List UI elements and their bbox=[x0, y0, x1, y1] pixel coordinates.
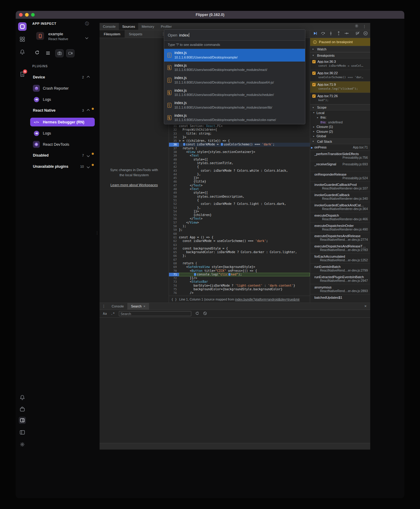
line-number[interactable]: 64 bbox=[169, 247, 179, 250]
inline-breakpoint-marker[interactable] bbox=[228, 273, 231, 276]
code-line[interactable]: 56 </Text> bbox=[169, 217, 310, 221]
callstack-frame[interactable]: ▶ executeDispatchesAndReleaseT… ReactNat… bbox=[310, 243, 370, 253]
breakpoint-checkbox[interactable]: ✓ bbox=[312, 83, 316, 86]
line-number[interactable]: 61 bbox=[169, 236, 179, 239]
scope-row[interactable]: ▸ Closure (1) bbox=[310, 125, 370, 129]
inline-breakpoint-marker[interactable] bbox=[221, 143, 223, 146]
code-line[interactable]: 76 /> bbox=[169, 291, 310, 295]
line-number[interactable]: 65 bbox=[169, 250, 179, 254]
scope-row[interactable]: ▾ Local bbox=[310, 110, 370, 115]
devtools-tab[interactable]: Profiler bbox=[158, 23, 175, 30]
callstack-frame[interactable]: ▶ executeDispatchesInOrder ReactNativeRe… bbox=[310, 223, 370, 233]
line-number[interactable]: 46 bbox=[169, 180, 179, 183]
toolbox-icon[interactable] bbox=[20, 406, 25, 412]
code-line[interactable]: 64 const backgroundStyle = { bbox=[169, 247, 310, 250]
step-into-icon[interactable] bbox=[329, 31, 333, 37]
code-line[interactable]: 32 PropsWithChildren<{ bbox=[169, 128, 310, 132]
match-case-toggle[interactable]: Aa bbox=[103, 312, 107, 316]
callstack-frame[interactable]: ▶ batchedUpdates$1 bbox=[310, 294, 370, 303]
left-panel-toggle-icon[interactable] bbox=[20, 430, 25, 435]
inline-breakpoint-marker[interactable] bbox=[183, 143, 185, 146]
line-number[interactable]: 44 bbox=[169, 173, 179, 176]
code-line[interactable]: 35> = ({children, title}) => { bbox=[169, 139, 310, 143]
grid-icon[interactable] bbox=[20, 37, 25, 42]
screenshot-button[interactable] bbox=[55, 49, 64, 57]
line-number[interactable]: 49 bbox=[169, 191, 179, 195]
devtools-settings-icon[interactable] bbox=[355, 24, 359, 29]
code-line[interactable]: 44 }, bbox=[169, 173, 310, 176]
step-icon[interactable] bbox=[344, 31, 349, 37]
line-number[interactable]: 71 bbox=[169, 273, 179, 276]
callstack-section-header[interactable]: ▾ Call Stack bbox=[310, 138, 370, 144]
callstack-frame[interactable]: ▶ onResponderRelease Pressability.js:524 bbox=[310, 171, 370, 182]
quick-open-result[interactable]: index.js 10.1.1.6:8081/Users/wood/Deskto… bbox=[164, 49, 305, 62]
line-number[interactable]: 37 bbox=[169, 147, 179, 150]
code-line[interactable]: 69 <SafeAreaView style={backgroundStyle}… bbox=[169, 265, 310, 269]
code-line[interactable]: 37 return ( bbox=[169, 147, 310, 150]
bell-icon[interactable] bbox=[20, 49, 25, 55]
quick-open-result[interactable]: index.js 10.1.1.6:8081/Users/wood/Deskto… bbox=[164, 87, 305, 99]
code-line[interactable]: 61const App = () => { bbox=[169, 236, 310, 239]
close-tab-icon[interactable]: × bbox=[143, 304, 145, 308]
code-line[interactable]: 53 }, bbox=[169, 206, 310, 210]
plugin-group-device[interactable]: Device 2 bbox=[29, 73, 96, 81]
plugin-item-logs-rn[interactable]: Logs bbox=[30, 129, 95, 138]
plugin-item-react-devtools[interactable]: React DevTools bbox=[30, 140, 95, 149]
code-line[interactable]: 66 }; bbox=[169, 254, 310, 258]
line-number[interactable]: 48 bbox=[169, 187, 179, 191]
code-line[interactable]: 55 {children} bbox=[169, 213, 310, 217]
line-number[interactable]: 67 bbox=[169, 258, 179, 262]
breakpoint-entry[interactable]: ✓ App.tsx:71:26 ked"); bbox=[310, 93, 370, 104]
line-number[interactable]: 31 bbox=[169, 124, 179, 128]
callstack-frame[interactable]: ▶ onPress App.tsx:71 bbox=[310, 144, 370, 151]
navigator-tab[interactable]: Snippets bbox=[125, 30, 147, 38]
code-line[interactable]: 54 ]}> bbox=[169, 210, 310, 213]
line-number[interactable]: 72 bbox=[169, 276, 179, 280]
plugin-group-disabled[interactable]: Disabled 7 bbox=[29, 151, 96, 159]
code-line[interactable]: 34 }> bbox=[169, 135, 310, 139]
line-number[interactable]: 66 bbox=[169, 254, 179, 258]
line-number[interactable]: 39 bbox=[169, 154, 179, 157]
code-line[interactable]: 52 color: isDarkMode ? Colors.light : Co… bbox=[169, 202, 310, 206]
breakpoint-checkbox[interactable]: ✓ bbox=[312, 94, 316, 98]
line-number[interactable]: 56 bbox=[169, 217, 179, 221]
drawer-tab[interactable]: Console × bbox=[108, 303, 127, 310]
maximize-window-button[interactable] bbox=[31, 13, 35, 17]
code-line[interactable]: 43 color: isDarkMode ? Colors.white : Co… bbox=[169, 169, 310, 173]
code-line[interactable]: 70 <Button title="CICK" onPress={() => { bbox=[169, 269, 310, 273]
breakpoint-checkbox[interactable]: ✓ bbox=[312, 72, 316, 75]
line-number[interactable]: 63 bbox=[169, 243, 179, 247]
alerts-icon[interactable] bbox=[20, 395, 25, 400]
code-line[interactable]: 49 style={[ bbox=[169, 191, 310, 195]
code-line[interactable]: 71 console.log("clicked"); bbox=[169, 273, 310, 276]
line-number[interactable]: 42 bbox=[169, 165, 179, 169]
line-number[interactable]: 59 bbox=[169, 228, 179, 232]
titlebar[interactable]: Flipper (0.162.0) bbox=[16, 11, 404, 19]
code-line[interactable]: 45 ]}> bbox=[169, 176, 310, 180]
minimize-window-button[interactable] bbox=[25, 13, 29, 17]
line-number[interactable]: 51 bbox=[169, 199, 179, 202]
code-line[interactable]: 63 bbox=[169, 243, 310, 247]
callstack-frame[interactable]: ▶ _receiveSignal Pressability.js:693 bbox=[310, 161, 370, 171]
callstack-frame[interactable]: ▶ forEachAccumulated ReactNativeRend…er-… bbox=[310, 253, 370, 264]
line-number[interactable]: 76 bbox=[169, 291, 179, 295]
workspaces-learn-more-link[interactable]: Learn more about Workspaces bbox=[100, 183, 169, 187]
step-out-icon[interactable] bbox=[336, 31, 341, 37]
search-refresh-icon[interactable] bbox=[195, 311, 199, 317]
callstack-frame[interactable]: ▶ runExtractedPluginEventsInBatch ReactN… bbox=[310, 274, 370, 284]
line-number[interactable]: 41 bbox=[169, 161, 179, 165]
scope-row[interactable]: this: undefined bbox=[310, 120, 370, 125]
line-number[interactable]: 69 bbox=[169, 265, 179, 269]
code-line[interactable]: 50 styles.sectionDescription, bbox=[169, 195, 310, 199]
navigator-tab[interactable]: Filesystem bbox=[100, 30, 125, 38]
code-line[interactable]: 41 styles.sectionTitle, bbox=[169, 161, 310, 165]
line-number[interactable]: 58 bbox=[169, 224, 179, 228]
callstack-frame[interactable]: ▶ runEventsInBatch ReactNativeRend…er-de… bbox=[310, 264, 370, 274]
refresh-icon[interactable] bbox=[35, 50, 40, 55]
code-line[interactable]: 57 </View> bbox=[169, 221, 310, 224]
scope-row[interactable]: ▸ this: bbox=[310, 115, 370, 120]
inline-breakpoint-marker[interactable] bbox=[194, 273, 196, 276]
watch-section-header[interactable]: ▸ Watch bbox=[310, 46, 370, 52]
code-line[interactable]: 39 <Text bbox=[169, 154, 310, 157]
line-number[interactable]: 36 bbox=[169, 143, 179, 146]
